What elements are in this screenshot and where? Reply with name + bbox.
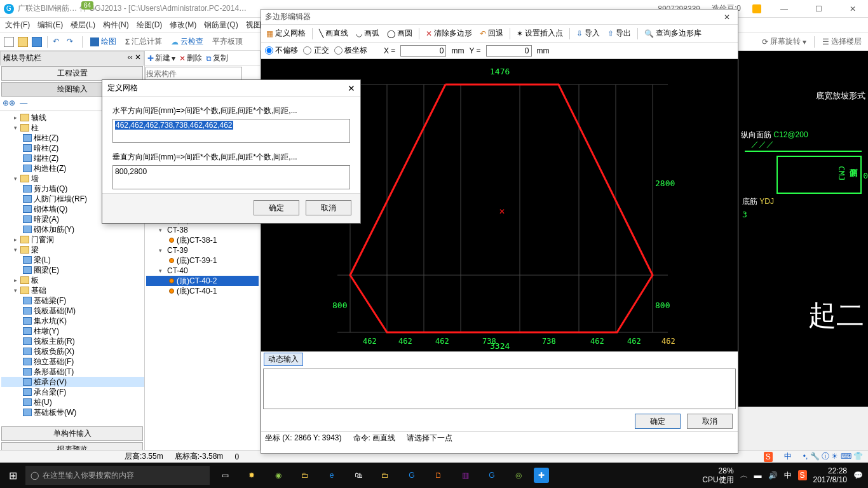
import-icon: ⇩: [576, 29, 583, 38]
draw-circle-button[interactable]: ◯画圆: [384, 27, 415, 40]
component-search-input[interactable]: [146, 67, 242, 81]
list-item[interactable]: (底)CT-38-1: [146, 235, 259, 245]
search-icon: 🔍: [644, 29, 654, 38]
list-item[interactable]: (底)CT-40-1: [146, 286, 259, 296]
circle-icon: ◯: [387, 29, 395, 38]
coin-icon[interactable]: [752, 4, 761, 13]
copy-component-button[interactable]: ⧉复制: [206, 53, 228, 64]
v-spacing-input[interactable]: 800,2800: [112, 165, 350, 189]
import-button[interactable]: ⇩导入: [574, 27, 602, 40]
app-icon[interactable]: 🗋: [427, 463, 450, 488]
polygon-cancel-button[interactable]: 取消: [687, 414, 733, 429]
app-icon[interactable]: ◉: [267, 463, 290, 488]
draw-line-button[interactable]: ╲画直线: [316, 27, 351, 40]
opt-noshift[interactable]: 不偏移: [265, 45, 298, 56]
save-file-icon[interactable]: [32, 37, 42, 47]
polygon-window-title[interactable]: 多边形编辑器 ✕: [261, 10, 738, 25]
menu-floor[interactable]: 楼层(L): [71, 20, 95, 30]
dynamic-input-button[interactable]: 动态输入: [264, 353, 303, 366]
clear-polygon-button[interactable]: ✕清除多边形: [423, 27, 475, 40]
cpu-meter[interactable]: 28%CPU使用: [702, 466, 733, 484]
undo-polygon-button[interactable]: ↶回退: [477, 27, 506, 40]
app-icon[interactable]: ✹: [240, 463, 263, 488]
store-icon[interactable]: 🛍: [347, 463, 370, 488]
h-spacing-input[interactable]: 462,462,462,738,738,462,462,462: [112, 119, 350, 143]
cloud-check-button[interactable]: ☁ 云检查: [168, 35, 206, 48]
open-file-icon[interactable]: [18, 37, 28, 47]
dialog-close-icon[interactable]: ✕: [348, 83, 355, 93]
tab-engineering-settings[interactable]: 工程设置: [1, 66, 143, 81]
list-item[interactable]: ▾CT-38: [146, 225, 259, 235]
menu-edit[interactable]: 编辑(E): [37, 20, 63, 30]
sogou-tray-icon[interactable]: S: [798, 470, 807, 480]
expand-all-icon[interactable]: ⊕⊕: [3, 98, 15, 107]
ime-lang[interactable]: 中: [784, 451, 792, 462]
app-icon[interactable]: G: [400, 463, 423, 488]
dialog-cancel-button[interactable]: 取消: [306, 200, 351, 215]
y-input[interactable]: [486, 45, 532, 57]
export-button[interactable]: ⇧导出: [605, 27, 634, 40]
sogou-ime-icon[interactable]: S: [764, 452, 773, 462]
opt-ortho[interactable]: 正交: [303, 45, 329, 56]
command-input-area[interactable]: [263, 369, 736, 409]
volume-icon[interactable]: 🔊: [768, 471, 778, 480]
collapse-all-icon[interactable]: —: [20, 98, 27, 107]
polygon-ok-button[interactable]: 确定: [635, 414, 681, 429]
polygon-close-icon[interactable]: ✕: [720, 13, 734, 22]
tray-extra-icons[interactable]: •, 🔧 ⓘ ☀ ⌨ 👕: [803, 451, 863, 462]
edge-icon[interactable]: e: [320, 463, 343, 488]
app-icon[interactable]: G: [480, 463, 503, 488]
menu-modify[interactable]: 修改(M): [170, 20, 196, 30]
grid-icon: ▦: [266, 29, 273, 38]
draw-button[interactable]: 绘图: [88, 35, 119, 48]
dialog-ok-button[interactable]: 确定: [254, 200, 299, 215]
menu-rebar[interactable]: 钢筋量(Q): [204, 20, 238, 30]
menu-file[interactable]: 文件(F): [5, 20, 30, 30]
new-component-button[interactable]: ✚新建 ▾: [147, 53, 175, 64]
app-icon[interactable]: ✚: [534, 468, 549, 483]
new-file-icon[interactable]: [4, 37, 14, 47]
define-grid-button[interactable]: ▦定义网格: [264, 27, 308, 40]
menu-component[interactable]: 构件(N): [103, 20, 129, 30]
draw-arc-button[interactable]: ◡画弧: [353, 27, 382, 40]
polygon-options-bar: 不偏移 正交 极坐标 X = mm Y = mm: [261, 43, 738, 59]
sum-calc-button[interactable]: Σ 汇总计算: [123, 35, 165, 48]
start-button[interactable]: ⊞: [0, 463, 25, 488]
svg-text:462: 462: [435, 337, 449, 346]
explorer-icon[interactable]: 🗀: [374, 463, 397, 488]
delete-component-button[interactable]: ✕删除: [179, 53, 202, 64]
list-item[interactable]: (顶)CT-40-2: [146, 276, 259, 286]
minimize-button[interactable]: —: [773, 3, 796, 15]
opt-polar[interactable]: 极坐标: [334, 45, 367, 56]
nav-pin-icon[interactable]: ‹‹ ✕: [128, 53, 141, 64]
x-input[interactable]: [400, 45, 446, 57]
list-item[interactable]: ▾CT-40: [146, 266, 259, 276]
folder-icon[interactable]: 🗀: [294, 463, 316, 488]
redo-icon[interactable]: ↷: [67, 37, 77, 47]
action-center-icon[interactable]: 💬: [853, 471, 863, 480]
set-insert-point-button[interactable]: ✶设置插入点: [514, 27, 566, 40]
clock[interactable]: 22:282017/8/10: [813, 466, 847, 484]
task-view-icon[interactable]: ▭: [214, 463, 236, 488]
tab-single-input[interactable]: 单构件输入: [1, 426, 143, 441]
rotate-icon: ⟳: [762, 37, 768, 46]
dialog-title-bar[interactable]: 定义网格✕: [102, 80, 360, 97]
network-icon[interactable]: ▬: [754, 471, 762, 480]
close-button[interactable]: ✕: [841, 3, 864, 15]
screen-rotate-button[interactable]: ⟳ 屏幕旋转 ▾: [759, 35, 809, 48]
ime-icon[interactable]: 中: [784, 470, 792, 481]
folder-icon: [20, 114, 29, 121]
tray-chevron-up-icon[interactable]: ︿: [740, 470, 748, 481]
maximize-button[interactable]: ☐: [807, 3, 830, 15]
flat-board-button[interactable]: 平齐板顶: [210, 35, 245, 48]
menu-draw[interactable]: 绘图(D): [137, 20, 163, 30]
list-item[interactable]: (底)CT-39-1: [146, 255, 259, 266]
app-icon[interactable]: ▥: [454, 463, 477, 488]
app-icon[interactable]: ◎: [507, 463, 530, 488]
query-library-button[interactable]: 🔍查询多边形库: [642, 27, 704, 40]
taskbar-search[interactable]: ◯在这里输入你要搜索的内容: [25, 466, 210, 485]
undo-icon[interactable]: ↶: [53, 37, 63, 47]
list-item[interactable]: ▾CT-39: [146, 245, 259, 255]
select-floor-button[interactable]: ☰ 选择楼层: [820, 35, 864, 48]
arc-icon: ◡: [356, 29, 362, 38]
